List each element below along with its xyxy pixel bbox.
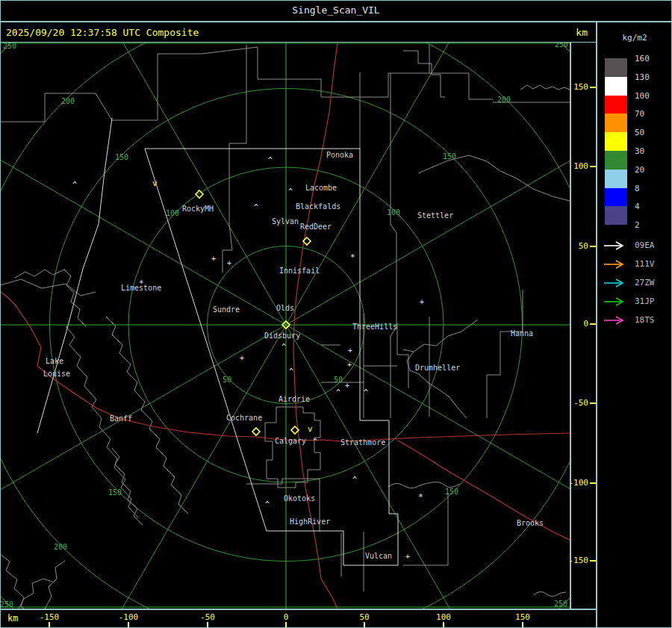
city-label: Sylvan bbox=[272, 217, 299, 226]
scale-value-label: 8 bbox=[635, 184, 640, 193]
city-label: Drumheller bbox=[415, 364, 460, 372]
window-title: Single_Scan_VIL bbox=[292, 4, 379, 16]
scale-value-label: 130 bbox=[635, 72, 650, 82]
bottom-axis-tick bbox=[207, 622, 208, 627]
radar-site-id-label: 09EA bbox=[635, 240, 655, 250]
city-label: Brooks bbox=[517, 519, 544, 527]
bottom-axis-tick bbox=[128, 622, 129, 627]
bottom-axis-label: -50 bbox=[193, 612, 223, 622]
azimuth-line bbox=[25, 325, 286, 609]
radar-arrow-icon bbox=[603, 260, 629, 269]
radar-site-id-label: 111V bbox=[635, 259, 655, 269]
ring-distance-label: 150 bbox=[108, 488, 122, 497]
right-axis-tick bbox=[590, 323, 596, 325]
right-axis-tick bbox=[590, 166, 596, 167]
caret-marker: ^ bbox=[352, 476, 357, 484]
caret-marker: ^ bbox=[288, 187, 293, 196]
highway-line bbox=[0, 291, 570, 441]
right-axis-label: -50 bbox=[566, 398, 588, 408]
right-axis-label: 100 bbox=[566, 161, 588, 172]
scale-color-swatch bbox=[605, 77, 627, 96]
radar-arrow-icon bbox=[603, 279, 629, 287]
scale-value-label: 20 bbox=[635, 165, 644, 175]
right-axis-unit-label: km bbox=[576, 27, 588, 38]
legend-unit-label: kg/m2 bbox=[597, 33, 672, 43]
city-label: Calgary bbox=[275, 437, 306, 445]
bottom-axis-unit-label: km bbox=[7, 613, 18, 624]
radar-map-svg: 2502001501002502001501005050150200250150… bbox=[0, 43, 570, 609]
bottom-distance-axis: km -150-100-50050100150 bbox=[0, 609, 596, 628]
right-axis-tick bbox=[590, 87, 596, 88]
city-label: Ponoka bbox=[326, 151, 353, 159]
scale-value-label: 100 bbox=[635, 91, 650, 101]
right-axis-label: -100 bbox=[566, 478, 588, 488]
ring-distance-label: 250 bbox=[554, 600, 567, 608]
plus-marker: + bbox=[240, 354, 244, 362]
county-boundary bbox=[0, 45, 429, 122]
title-bar: Single_Scan_VIL bbox=[0, 0, 672, 22]
bottom-axis-label: 100 bbox=[429, 612, 458, 622]
bottom-axis-tick bbox=[443, 622, 444, 627]
scan-sector-line bbox=[37, 118, 112, 433]
county-boundary bbox=[0, 279, 96, 296]
radar-arrow-icon bbox=[603, 297, 629, 306]
scale-value-label: 160 bbox=[635, 54, 650, 63]
radar-map-canvas[interactable]: 2502001501002502001501005050150200250150… bbox=[0, 43, 570, 609]
bottom-axis-label: 50 bbox=[349, 612, 379, 622]
county-boundary bbox=[403, 51, 445, 97]
scan-timestamp: 2025/09/20 12:37:58 UTC Composite bbox=[6, 27, 199, 38]
city-label: Lake bbox=[46, 357, 63, 365]
scale-color-swatch bbox=[605, 114, 627, 132]
radar-site-id-label: 31JP bbox=[635, 296, 655, 306]
caret-marker: ^ bbox=[268, 156, 273, 164]
county-boundary bbox=[418, 155, 570, 201]
city-label: Lacombe bbox=[305, 184, 337, 192]
plus-marker: + bbox=[227, 259, 231, 267]
plus-marker: + bbox=[347, 361, 352, 369]
station-diamond-marker bbox=[252, 428, 260, 435]
city-label: Didsbury bbox=[264, 332, 300, 340]
ring-distance-label: 200 bbox=[61, 97, 75, 105]
scale-value-label: 30 bbox=[635, 146, 644, 156]
scan-sector-outline bbox=[37, 118, 398, 565]
city-label: HighRiver bbox=[290, 517, 330, 526]
caret-marker: ^ bbox=[289, 367, 293, 376]
bottom-axis-tick bbox=[49, 622, 50, 627]
city-label: Olds bbox=[276, 304, 294, 312]
county-boundary bbox=[223, 45, 246, 273]
legend-panel: kg/m2 1601301007050302084209EA111V27ZW31… bbox=[596, 22, 672, 628]
county-boundary bbox=[487, 290, 523, 418]
ring-distance-label: 200 bbox=[54, 543, 67, 551]
azimuth-line bbox=[0, 325, 286, 586]
city-label: Hanna bbox=[511, 329, 533, 338]
ring-distance-label: 250 bbox=[3, 43, 16, 50]
ring-distance-label: 250 bbox=[555, 43, 568, 49]
bottom-axis-label: 150 bbox=[508, 612, 538, 622]
caret-marker: ^ bbox=[313, 438, 317, 446]
ring-distance-label: 50 bbox=[334, 376, 343, 384]
ring-distance-label: 150 bbox=[445, 488, 458, 496]
scale-value-label: 2 bbox=[635, 220, 640, 230]
highway-line bbox=[398, 441, 570, 540]
v-marker: v bbox=[308, 424, 313, 434]
plus-marker: + bbox=[405, 553, 410, 561]
star-marker: * bbox=[418, 492, 423, 502]
radar-app-window: Single_Scan_VIL 2025/09/20 12:37:58 UTC … bbox=[0, 0, 672, 628]
city-label: Louise bbox=[43, 370, 70, 378]
right-axis-tick bbox=[590, 246, 596, 247]
ring-distance-label: 150 bbox=[115, 153, 128, 161]
county-boundary bbox=[534, 591, 566, 596]
city-label: Airdrie bbox=[279, 395, 310, 403]
city-label: Okotoks bbox=[284, 494, 315, 503]
bottom-axis-label: -150 bbox=[34, 612, 64, 622]
county-boundary bbox=[391, 73, 396, 418]
bottom-axis-tick bbox=[522, 622, 523, 627]
radar-site-id-label: 18TS bbox=[635, 315, 655, 325]
scale-color-swatch bbox=[605, 206, 627, 225]
plus-marker: + bbox=[348, 346, 352, 355]
caret-marker: ^ bbox=[254, 203, 258, 211]
scale-color-swatch bbox=[605, 170, 627, 188]
bottom-axis-tick bbox=[364, 622, 365, 627]
scale-color-swatch bbox=[605, 151, 627, 170]
ring-distance-label: 250 bbox=[0, 600, 13, 609]
